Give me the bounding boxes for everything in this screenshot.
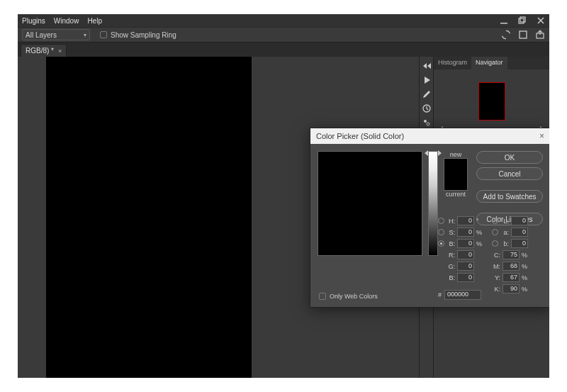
document-tab-bar: RGB/8) * × (18, 43, 549, 57)
bl-radio[interactable] (492, 240, 498, 247)
hex-field[interactable]: 000000 (444, 290, 481, 300)
sample-dropdown[interactable]: All Layers ▾ (22, 29, 90, 40)
document-tab-label: RGB/8) * (26, 47, 54, 55)
app-window: Plugins Window Help All Layers ▾ Show Sa… (18, 14, 549, 378)
navigator-thumbnail[interactable] (478, 82, 505, 121)
svg-rect-0 (500, 23, 507, 24)
navigator-panel (434, 69, 549, 133)
tab-navigator[interactable]: Navigator (471, 57, 507, 69)
bl-field[interactable]: 0 (511, 239, 528, 248)
ok-button[interactable]: OK (476, 151, 543, 164)
brush-icon[interactable] (422, 89, 432, 99)
new-color-label: new (450, 151, 462, 158)
blue-field[interactable]: 0 (457, 273, 474, 282)
adjust-icon[interactable] (422, 118, 432, 128)
tab-histogram[interactable]: Histogram (434, 57, 471, 69)
bright-field[interactable]: 0 (457, 239, 474, 248)
document-tab[interactable]: RGB/8) * × (21, 44, 67, 57)
menu-bar: Plugins Window Help (18, 14, 549, 27)
sample-dropdown-label: All Layers (26, 31, 57, 39)
share-icon[interactable] (535, 30, 545, 40)
options-bar: All Layers ▾ Show Sampling Ring (18, 27, 549, 43)
h-radio[interactable] (438, 218, 444, 224)
s-field[interactable]: 0 (457, 228, 474, 237)
svg-rect-2 (520, 17, 525, 22)
add-to-swatches-button[interactable]: Add to Swatches (476, 190, 543, 203)
a-field[interactable]: 0 (511, 228, 528, 237)
menu-help[interactable]: Help (87, 17, 102, 25)
canvas[interactable] (46, 57, 252, 378)
frame-icon[interactable] (518, 30, 528, 40)
color-swatch (444, 158, 468, 191)
dialog-titlebar[interactable]: Color Picker (Solid Color) × (310, 128, 549, 144)
expand-panel-icon[interactable] (422, 61, 432, 71)
svg-rect-1 (519, 18, 524, 23)
r-field[interactable]: 0 (457, 250, 474, 259)
g-field[interactable]: 0 (457, 262, 474, 271)
sync-icon[interactable] (501, 30, 511, 40)
hue-slider[interactable] (428, 151, 438, 256)
sampling-ring-checkbox[interactable] (100, 31, 107, 38)
c-field[interactable]: 75 (503, 250, 520, 259)
hex-label: # (438, 291, 442, 298)
minimize-icon[interactable] (500, 16, 508, 25)
dialog-close-icon[interactable]: × (539, 131, 544, 141)
history-icon[interactable] (422, 103, 432, 113)
h-field[interactable]: 0 (457, 216, 474, 225)
cancel-button[interactable]: Cancel (476, 167, 543, 180)
color-picker-dialog: Color Picker (Solid Color) × new current… (310, 128, 549, 308)
svg-point-8 (424, 120, 427, 123)
l-radio[interactable] (492, 218, 498, 224)
web-colors-checkbox[interactable] (319, 293, 326, 300)
chevron-down-icon: ▾ (84, 32, 86, 38)
s-radio[interactable] (438, 229, 444, 235)
a-radio[interactable] (492, 229, 498, 235)
m-field[interactable]: 68 (503, 262, 520, 271)
menu-window[interactable]: Window (54, 17, 79, 25)
web-colors-label: Only Web Colors (330, 293, 378, 300)
svg-point-9 (427, 123, 430, 125)
b-radio[interactable] (438, 240, 444, 247)
close-icon[interactable] (537, 16, 545, 25)
sampling-ring-label: Show Sampling Ring (111, 31, 176, 39)
restore-icon[interactable] (518, 16, 527, 25)
l-field[interactable]: 0 (511, 216, 528, 225)
svg-rect-5 (520, 31, 527, 38)
dialog-title: Color Picker (Solid Color) (316, 132, 404, 140)
saturation-value-field[interactable] (318, 151, 422, 256)
k-field[interactable]: 90 (503, 284, 520, 293)
play-icon[interactable] (422, 75, 432, 85)
y-field[interactable]: 67 (503, 273, 520, 282)
menu-plugins[interactable]: Plugins (22, 17, 45, 25)
close-tab-icon[interactable]: × (58, 47, 62, 55)
current-color-label: current (446, 191, 466, 198)
